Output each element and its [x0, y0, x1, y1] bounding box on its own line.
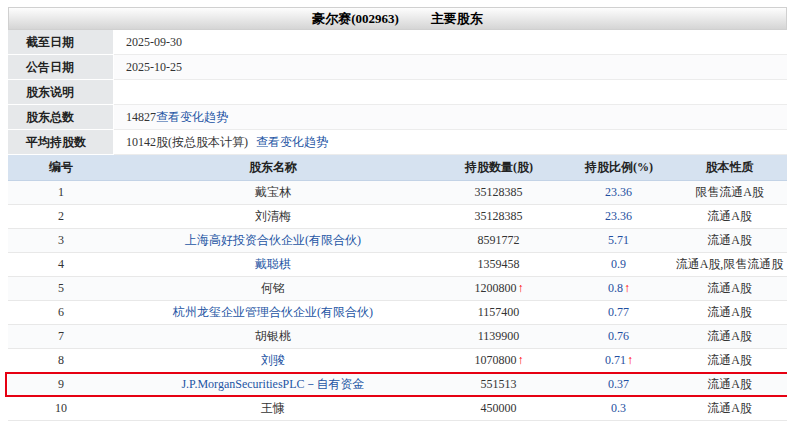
- pct-value: 0.8: [608, 281, 623, 296]
- holding-quantity: 8591772: [432, 229, 566, 252]
- qty-value: 8591772: [478, 233, 520, 248]
- holding-percent: 0.3: [566, 397, 672, 420]
- row-number: 1: [8, 181, 114, 204]
- share-nature: 流通A股: [672, 301, 787, 324]
- table-row: 5 何铭 1200800↑ 0.8↑ 流通A股: [8, 277, 787, 301]
- info-value: 14827 查看变化趋势: [114, 105, 787, 130]
- holding-percent: 23.36: [566, 205, 672, 228]
- holding-quantity: 35128385: [432, 181, 566, 204]
- page-title: 豪尔赛(002963) 主要股东: [8, 7, 787, 30]
- pct-value: 23.36: [605, 209, 632, 224]
- col-header-no: 编号: [8, 155, 114, 180]
- section-title: 主要股东: [431, 10, 483, 28]
- shareholder-name-link[interactable]: 刘骏: [114, 349, 432, 372]
- table-header-row: 编号 股东名称 持股数量(股) 持股比例(%) 股本性质: [8, 155, 787, 181]
- col-header-name: 股东名称: [114, 155, 432, 180]
- view-trend-link[interactable]: 查看变化趋势: [256, 134, 328, 151]
- qty-value: 1157400: [478, 305, 520, 320]
- info-label: 股东说明: [8, 80, 114, 105]
- qty-value: 1070800: [475, 353, 517, 368]
- holding-quantity: 450000: [432, 397, 566, 420]
- info-row-shareholder-note: 股东说明: [8, 80, 787, 105]
- pct-value: 0.77: [608, 305, 629, 320]
- holding-percent: 23.36: [566, 181, 672, 204]
- holding-quantity: 1139900: [432, 325, 566, 348]
- info-value: 10142股(按总股本计算) 查看变化趋势: [114, 130, 787, 155]
- info-value: 2025-09-30: [114, 30, 787, 55]
- share-nature: 流通A股: [672, 397, 787, 420]
- row-number: 2: [8, 205, 114, 228]
- shareholder-name: 刘清梅: [114, 205, 432, 228]
- qty-value: 551513: [481, 377, 517, 392]
- shareholder-name-link[interactable]: 戴聪棋: [114, 253, 432, 276]
- table-row: 8 刘骏 1070800↑ 0.71↑ 流通A股: [8, 349, 787, 373]
- holding-quantity: 1359458: [432, 253, 566, 276]
- holding-quantity: 35128385: [432, 205, 566, 228]
- holding-quantity: 551513: [432, 373, 566, 396]
- row-number: 7: [8, 325, 114, 348]
- shareholder-name-link[interactable]: 杭州龙玺企业管理合伙企业(有限合伙): [114, 301, 432, 324]
- share-nature: 流通A股: [672, 373, 787, 396]
- col-header-nature: 股本性质: [672, 155, 787, 180]
- holding-percent: 0.37: [566, 373, 672, 396]
- row-number: 5: [8, 277, 114, 300]
- share-nature: 流通A股: [672, 277, 787, 300]
- info-label: 公告日期: [8, 55, 114, 80]
- info-label: 股东总数: [8, 105, 114, 130]
- holding-quantity: 1200800↑: [432, 277, 566, 300]
- table-row: 7 胡银桃 1139900 0.76 流通A股: [8, 325, 787, 349]
- share-nature: 限售流通A股: [672, 181, 787, 204]
- info-row-announce-date: 公告日期 2025-10-25: [8, 55, 787, 80]
- info-row-average-holding: 平均持股数 10142股(按总股本计算) 查看变化趋势: [8, 130, 787, 155]
- holding-percent: 0.8↑: [566, 277, 672, 300]
- shareholders-page: 豪尔赛(002963) 主要股东 截至日期 2025-09-30 公告日期 20…: [0, 0, 787, 427]
- row-number: 10: [8, 397, 114, 420]
- stock-title: 豪尔赛(002963): [312, 10, 399, 28]
- info-value-text: 14827: [126, 110, 156, 125]
- row-number: 3: [8, 229, 114, 252]
- pct-value: 5.71: [608, 233, 629, 248]
- pct-value: 0.3: [611, 401, 626, 416]
- info-value: 2025-10-25: [114, 55, 787, 80]
- holding-quantity: 1157400: [432, 301, 566, 324]
- pct-value: 23.36: [605, 185, 632, 200]
- shareholder-name-link[interactable]: J.P.MorganSecuritiesPLC－自有资金: [114, 373, 432, 396]
- shareholder-name: 王慷: [114, 397, 432, 420]
- pct-value: 0.76: [608, 329, 629, 344]
- table-row: 1 戴宝林 35128385 23.36 限售流通A股: [8, 181, 787, 205]
- holding-quantity: 1070800↑: [432, 349, 566, 372]
- info-value-text: 2025-09-30: [126, 35, 182, 50]
- row-number: 9: [8, 373, 114, 396]
- share-nature: 流通A股: [672, 205, 787, 228]
- up-arrow-icon: ↑: [624, 281, 630, 296]
- info-value-text: 2025-10-25: [126, 60, 182, 75]
- pct-value: 0.71: [605, 353, 626, 368]
- info-label: 截至日期: [8, 30, 114, 55]
- row-number: 8: [8, 349, 114, 372]
- table-row: 2 刘清梅 35128385 23.36 流通A股: [8, 205, 787, 229]
- share-nature: 流通A股,限售流通股: [672, 253, 787, 276]
- view-trend-link[interactable]: 查看变化趋势: [156, 109, 228, 126]
- info-row-deadline: 截至日期 2025-09-30: [8, 30, 787, 55]
- pct-value: 0.9: [611, 257, 626, 272]
- row-number: 6: [8, 301, 114, 324]
- info-row-shareholder-count: 股东总数 14827 查看变化趋势: [8, 105, 787, 130]
- table-row: 3 上海高好投资合伙企业(有限合伙) 8591772 5.71 流通A股: [8, 229, 787, 253]
- row-number: 4: [8, 253, 114, 276]
- share-nature: 流通A股: [672, 349, 787, 372]
- holding-percent: 0.9: [566, 253, 672, 276]
- qty-value: 1139900: [478, 329, 520, 344]
- holding-percent: 0.77: [566, 301, 672, 324]
- info-label: 平均持股数: [8, 130, 114, 155]
- shareholder-name: 胡银桃: [114, 325, 432, 348]
- up-arrow-icon: ↑: [518, 353, 524, 368]
- shareholder-name-link[interactable]: 上海高好投资合伙企业(有限合伙): [114, 229, 432, 252]
- share-nature: 流通A股: [672, 229, 787, 252]
- shareholder-name: 戴宝林: [114, 181, 432, 204]
- shareholder-name: 何铭: [114, 277, 432, 300]
- table-row: 4 戴聪棋 1359458 0.9 流通A股,限售流通股: [8, 253, 787, 277]
- pct-value: 0.37: [608, 377, 629, 392]
- up-arrow-icon: ↑: [518, 281, 524, 296]
- qty-value: 35128385: [475, 209, 523, 224]
- qty-value: 450000: [481, 401, 517, 416]
